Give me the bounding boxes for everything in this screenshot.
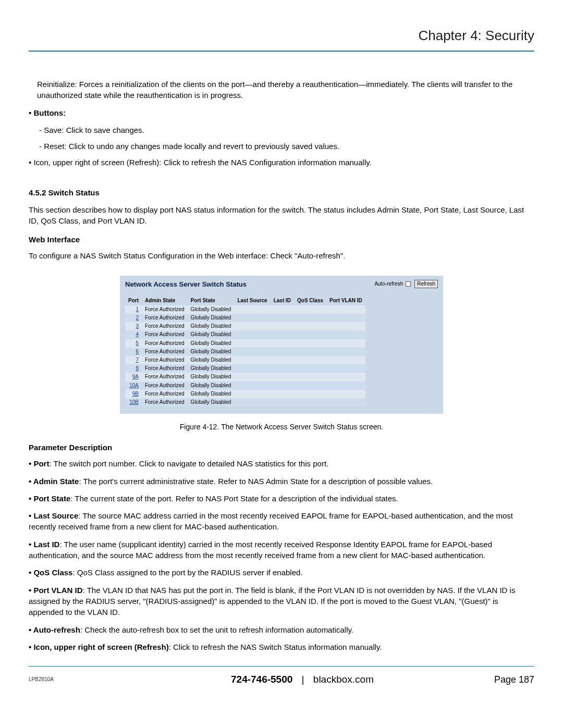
web-interface-hdr: Web Interface — [29, 234, 534, 245]
table-row: 6Force AuthorizedGlobally Disabled — [125, 348, 365, 356]
port-link[interactable]: 10A — [125, 381, 142, 390]
col-lastid: Last ID — [271, 296, 294, 305]
col-portstate: Port State — [188, 296, 235, 305]
figure-caption: Figure 4-12. The Network Access Server S… — [29, 422, 534, 433]
status-table: Port Admin State Port State Last Source … — [125, 296, 365, 406]
auto-refresh-checkbox[interactable] — [406, 281, 411, 287]
table-row: 10BForce AuthorizedGlobally Disabled — [125, 398, 365, 406]
port-link[interactable]: 3 — [125, 322, 142, 330]
param-item: • QoS Class: QoS Class assigned to the p… — [29, 567, 534, 578]
port-link[interactable]: 1 — [125, 305, 142, 314]
port-link[interactable]: 7 — [125, 356, 142, 364]
port-link[interactable]: 2 — [125, 314, 142, 322]
param-item: • Last ID: The user name (supplicant ide… — [29, 539, 534, 561]
save-line: - Save: Click to save changes. — [29, 125, 534, 135]
param-item: • Port VLAN ID: The VLAN ID that NAS has… — [29, 585, 534, 618]
paragraph-reinit: Reinitialize: Forces a reinitialization … — [29, 79, 534, 101]
footer-contact: 724-746-5500 | blackbox.com — [143, 673, 461, 687]
col-pvlan: Port VLAN ID — [326, 296, 365, 305]
port-link[interactable]: 10B — [125, 398, 142, 406]
table-row: 5Force AuthorizedGlobally Disabled — [125, 339, 365, 348]
param-item: • Auto-refresh: Check the auto-refresh b… — [29, 624, 534, 635]
table-row: 10AForce AuthorizedGlobally Disabled — [125, 381, 365, 390]
col-qos: QoS Class — [294, 296, 326, 305]
table-row: 1Force AuthorizedGlobally Disabled — [125, 305, 365, 314]
port-link[interactable]: 4 — [125, 330, 142, 339]
table-row: 9AForce AuthorizedGlobally Disabled — [125, 373, 365, 381]
auto-refresh-label: Auto-refresh — [374, 281, 403, 287]
table-row: 8Force AuthorizedGlobally Disabled — [125, 364, 365, 373]
port-link[interactable]: 9A — [125, 373, 142, 381]
col-lastsource: Last Source — [234, 296, 270, 305]
web-interface-desc: To configure a NAS Switch Status Configu… — [29, 250, 534, 261]
buttons-heading: • Buttons: — [29, 107, 534, 118]
param-item: • Port: The switch port number. Click to… — [29, 458, 534, 469]
icon-refresh-line: • Icon, upper right of screen (Refresh):… — [29, 157, 534, 168]
section-title: 4.5.2 Switch Status — [29, 187, 534, 198]
table-header-row: Port Admin State Port State Last Source … — [125, 296, 365, 305]
port-link[interactable]: 8 — [125, 364, 142, 373]
switch-status-figure: Auto-refresh Refresh Network Access Serv… — [120, 276, 443, 414]
param-item: • Last Source: The source MAC address ca… — [29, 510, 534, 533]
refresh-button[interactable]: Refresh — [414, 280, 438, 288]
param-item: • Admin State: The port's current admini… — [29, 476, 534, 487]
table-row: 4Force AuthorizedGlobally Disabled — [125, 330, 365, 339]
footer-model: LPB2810A — [29, 676, 143, 683]
param-item: • Port State: The current state of the p… — [29, 493, 534, 504]
table-row: 9BForce AuthorizedGlobally Disabled — [125, 390, 365, 398]
col-admin: Admin State — [142, 296, 188, 305]
param-desc-hdr: Parameter Description — [29, 442, 534, 453]
table-row: 2Force AuthorizedGlobally Disabled — [125, 314, 365, 322]
chapter-header: Chapter 4: Security — [29, 26, 534, 52]
param-item: • Icon, upper right of screen (Refresh):… — [29, 641, 534, 652]
table-row: 7Force AuthorizedGlobally Disabled — [125, 356, 365, 364]
port-link[interactable]: 9B — [125, 390, 142, 398]
port-link[interactable]: 5 — [125, 339, 142, 348]
section-desc: This section describes how to display po… — [29, 204, 534, 227]
col-port: Port — [125, 296, 142, 305]
port-link[interactable]: 6 — [125, 348, 142, 356]
table-row: 3Force AuthorizedGlobally Disabled — [125, 322, 365, 330]
footer-page: Page 187 — [461, 673, 534, 687]
reset-line: - Reset: Click to undo any changes made … — [29, 141, 534, 152]
